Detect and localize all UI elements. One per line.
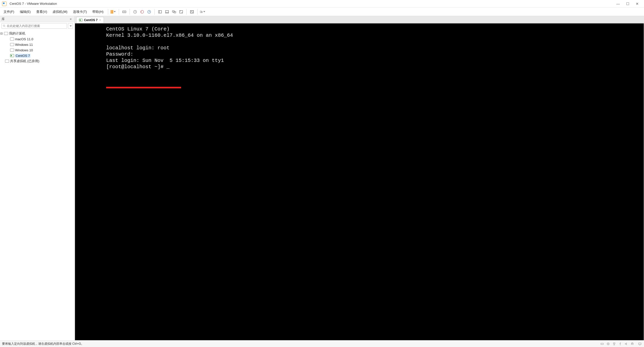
tab-close-button[interactable]: ×: [99, 18, 101, 22]
fullscreen-icon: [190, 10, 194, 14]
svg-point-15: [3, 25, 5, 26]
stretch-guest-button[interactable]: [178, 9, 184, 15]
menubar: 文件(F) 编辑(E) 查看(V) 虚拟机(M) 选项卡(T) 帮助(H): [0, 8, 644, 16]
search-filter-button[interactable]: [68, 23, 73, 29]
sidebar-title: 库: [2, 17, 68, 21]
send-ctrl-alt-del-button[interactable]: [121, 9, 128, 15]
vm-tree: ⊟ 我的计算机 macOS 11.0 Windows 11 Windows 10: [0, 30, 74, 340]
tab-centos7[interactable]: CentOS 7 ×: [76, 17, 104, 23]
sidebar-header: 库 ×: [0, 16, 74, 22]
client-area: 库 × ⊟ 我的计算机 macOS 11.0: [0, 16, 644, 340]
menu-tabs[interactable]: 选项卡(T): [70, 9, 90, 15]
svg-rect-13: [200, 11, 202, 13]
svg-point-19: [608, 343, 609, 344]
svg-rect-24: [632, 343, 633, 343]
multi-monitor-button[interactable]: [171, 9, 177, 15]
tree-shared-vms[interactable]: 共享虚拟机 (已弃用): [0, 58, 74, 64]
collapse-icon[interactable]: ⊟: [0, 32, 3, 35]
stretch-icon: [179, 10, 183, 14]
menu-vm[interactable]: 虚拟机(M): [50, 9, 70, 15]
keyboard-icon: [122, 10, 127, 14]
enter-fullscreen-button[interactable]: [189, 9, 195, 15]
tree-vm-macos[interactable]: macOS 11.0: [0, 36, 74, 42]
sidebar-close-button[interactable]: ×: [68, 17, 73, 21]
device-usb-icon[interactable]: [618, 342, 622, 346]
layout-bottom-icon: [165, 10, 169, 14]
layout-sidebar-icon: [158, 10, 162, 14]
tree-vm-centos7[interactable]: CentOS 7: [0, 53, 74, 58]
svg-line-16: [5, 26, 6, 27]
monitors-icon: [172, 10, 176, 14]
menu-edit[interactable]: 编辑(E): [17, 9, 33, 15]
menu-file[interactable]: 文件(F): [1, 9, 17, 15]
clock-back-icon: [140, 10, 144, 14]
device-harddisk-icon[interactable]: [600, 342, 604, 346]
unity-icon: [200, 10, 203, 14]
vm-running-icon: [79, 19, 83, 21]
vm-icon: [10, 49, 14, 52]
menu-help[interactable]: 帮助(H): [90, 9, 106, 15]
svg-rect-25: [638, 343, 641, 344]
computer-icon: [4, 32, 8, 35]
device-display-icon[interactable]: [637, 342, 642, 346]
snapshot-button[interactable]: [132, 9, 138, 15]
clock-manage-icon: [147, 10, 151, 14]
device-network-icon[interactable]: [612, 342, 616, 346]
vm-icon: [10, 43, 14, 46]
sidebar-library: 库 × ⊟ 我的计算机 macOS 11.0: [0, 16, 75, 340]
statusbar: 要将输入定向到该虚拟机，请在虚拟机内部单击或按 Ctrl+G。: [0, 340, 644, 347]
unity-mode-button[interactable]: [199, 9, 206, 15]
console-container: CentOS Linux 7 (Core) Kernel 3.10.0-1160…: [75, 23, 644, 340]
status-text: 要将输入定向到该虚拟机，请在虚拟机内部单击或按 Ctrl+G。: [2, 342, 84, 346]
vm-label: Windows 11: [15, 43, 33, 47]
shared-icon: [5, 60, 9, 63]
search-input-wrap[interactable]: [2, 23, 67, 29]
content-area: CentOS 7 × CentOS Linux 7 (Core) Kernel …: [75, 16, 644, 340]
clock-icon: [133, 10, 137, 14]
show-thumbnail-button[interactable]: [164, 9, 170, 15]
close-button[interactable]: ✕: [632, 1, 642, 7]
tree-vm-win11[interactable]: Windows 11: [0, 42, 74, 47]
device-sound-icon[interactable]: [624, 342, 628, 346]
vm-icon: [10, 37, 14, 41]
svg-rect-7: [166, 10, 169, 13]
vm-label: CentOS 7: [15, 54, 30, 58]
svg-rect-5: [158, 10, 162, 13]
show-library-button[interactable]: [157, 9, 163, 15]
svg-rect-17: [601, 343, 603, 344]
pause-vm-button[interactable]: [110, 9, 117, 15]
guest-console[interactable]: CentOS Linux 7 (Core) Kernel 3.10.0-1160…: [75, 23, 644, 340]
snapshot-manager-button[interactable]: [146, 9, 152, 15]
minimize-button[interactable]: —: [613, 1, 623, 7]
device-printer-icon[interactable]: [630, 342, 634, 346]
svg-point-18: [607, 343, 609, 345]
pause-icon: [111, 10, 113, 14]
search-input[interactable]: [7, 24, 66, 28]
device-cd-icon[interactable]: [606, 342, 610, 346]
window-title: CentOS 7 - VMware Workstation: [10, 2, 57, 6]
shared-label: 共享虚拟机 (已弃用): [10, 59, 39, 63]
app-icon: [2, 2, 7, 6]
tree-root-label: 我的计算机: [9, 31, 25, 36]
sidebar-search: [0, 22, 74, 30]
vm-running-icon: [10, 54, 14, 57]
search-icon: [3, 24, 6, 27]
tab-label: CentOS 7: [84, 18, 98, 22]
tabbar: CentOS 7 ×: [75, 16, 644, 23]
svg-rect-20: [613, 343, 615, 344]
maximize-button[interactable]: ☐: [623, 1, 632, 7]
tree-root-my-computer[interactable]: ⊟ 我的计算机: [0, 31, 74, 36]
titlebar: CentOS 7 - VMware Workstation — ☐ ✕: [0, 0, 644, 8]
tree-vm-win10[interactable]: Windows 10: [0, 47, 74, 53]
svg-rect-23: [631, 343, 633, 344]
vm-label: macOS 11.0: [15, 37, 33, 41]
menu-view[interactable]: 查看(V): [34, 9, 50, 15]
revert-snapshot-button[interactable]: [139, 9, 145, 15]
svg-rect-14: [202, 11, 203, 13]
vm-label: Windows 10: [15, 48, 33, 52]
